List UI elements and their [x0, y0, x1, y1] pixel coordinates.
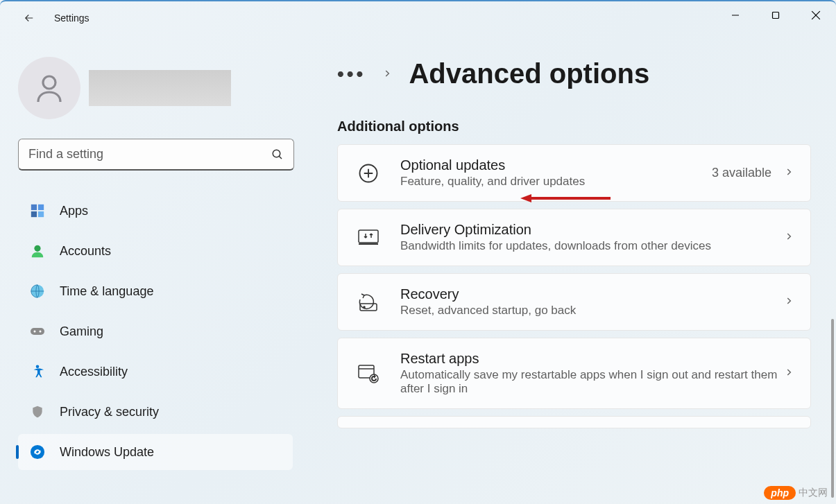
card-restart-apps[interactable]: Restart apps Automatically save my resta…	[337, 338, 811, 409]
svg-point-5	[273, 150, 280, 157]
sidebar-item-privacy-security[interactable]: Privacy & security	[18, 394, 293, 430]
sidebar-item-accounts[interactable]: Accounts	[18, 233, 293, 269]
card-subtitle: Feature, quality, and driver updates	[400, 175, 712, 189]
nav-label: Windows Update	[60, 445, 154, 460]
main-content: ••• Advanced options Additional options …	[298, 35, 836, 504]
card-optional-updates[interactable]: Optional updates Feature, quality, and d…	[337, 144, 811, 202]
restart-apps-icon	[355, 360, 382, 388]
maximize-button[interactable]	[756, 1, 796, 29]
chevron-right-icon	[784, 166, 794, 180]
card-subtitle: Automatically save my restartable apps w…	[400, 368, 784, 396]
time-language-icon	[29, 283, 46, 299]
optional-updates-icon	[355, 159, 382, 187]
back-arrow-icon	[23, 12, 35, 24]
svg-point-11	[34, 245, 40, 252]
card-title: Recovery	[400, 286, 784, 302]
chevron-right-icon	[784, 295, 794, 309]
svg-rect-8	[38, 205, 44, 210]
back-button[interactable]	[15, 4, 43, 32]
nav-label: Apps	[60, 204, 88, 218]
svg-point-4	[43, 76, 56, 89]
search-icon	[271, 148, 284, 161]
app-title: Settings	[54, 12, 89, 24]
maximize-icon	[771, 11, 780, 19]
sidebar-item-windows-update[interactable]: Windows Update	[18, 434, 293, 470]
svg-line-6	[279, 156, 282, 159]
card-title: Delivery Optimization	[400, 222, 784, 238]
card-recovery[interactable]: Recovery Reset, advanced startup, go bac…	[337, 273, 811, 331]
person-icon	[33, 71, 66, 105]
svg-rect-9	[31, 211, 37, 217]
card-delivery-optimization[interactable]: Delivery Optimization Bandwidth limits f…	[337, 209, 811, 266]
gaming-icon	[29, 323, 46, 340]
close-button[interactable]	[796, 1, 836, 29]
breadcrumb: ••• Advanced options	[337, 58, 811, 89]
watermark-badge: php	[764, 486, 796, 500]
chevron-right-icon	[784, 230, 794, 245]
sidebar-item-accessibility[interactable]: Accessibility	[18, 354, 293, 390]
sidebar: Apps Accounts Time & language Gaming	[0, 35, 298, 504]
svg-point-14	[34, 331, 36, 333]
card-subtitle: Bandwidth limits for updates, downloads …	[400, 239, 784, 253]
watermark-text: 中文网	[799, 487, 828, 499]
profile-block[interactable]	[18, 57, 293, 119]
svg-rect-21	[359, 230, 378, 243]
search-box[interactable]	[18, 139, 294, 171]
search-input[interactable]	[28, 147, 271, 162]
svg-point-24	[364, 306, 365, 308]
recovery-icon	[355, 288, 382, 316]
window-controls	[715, 1, 836, 29]
privacy-icon	[29, 403, 46, 420]
nav-label: Accounts	[60, 244, 111, 259]
user-name-redacted	[89, 70, 231, 106]
close-icon	[811, 10, 821, 20]
breadcrumb-parent-button[interactable]: •••	[337, 63, 366, 85]
scrollbar-thumb[interactable]	[831, 319, 834, 498]
card-title: Restart apps	[400, 351, 784, 367]
minimize-icon	[731, 11, 740, 19]
apps-icon	[29, 202, 46, 219]
section-title-additional-options: Additional options	[337, 119, 811, 134]
chevron-right-icon	[784, 366, 794, 381]
svg-rect-7	[31, 205, 37, 210]
svg-rect-13	[31, 328, 44, 335]
nav-label: Gaming	[60, 324, 103, 339]
page-title: Advanced options	[409, 58, 649, 89]
svg-point-16	[36, 365, 40, 368]
avatar	[18, 57, 80, 119]
sidebar-item-time-language[interactable]: Time & language	[18, 273, 293, 309]
svg-rect-1	[773, 12, 779, 19]
card-partial[interactable]	[337, 416, 811, 428]
nav-label: Privacy & security	[60, 405, 159, 419]
accessibility-icon	[29, 363, 46, 380]
sidebar-item-apps[interactable]: Apps	[18, 193, 293, 229]
svg-rect-10	[38, 211, 44, 217]
titlebar: Settings	[0, 1, 836, 35]
svg-point-17	[31, 445, 44, 459]
card-subtitle: Reset, advanced startup, go back	[400, 304, 784, 318]
accounts-icon	[29, 243, 46, 259]
watermark: php 中文网	[764, 486, 828, 500]
sidebar-item-gaming[interactable]: Gaming	[18, 313, 293, 349]
nav-label: Time & language	[60, 284, 153, 299]
windows-update-icon	[29, 444, 46, 460]
card-meta-available: 3 available	[712, 166, 771, 180]
nav-list: Apps Accounts Time & language Gaming	[18, 193, 293, 470]
card-title: Optional updates	[400, 157, 712, 173]
minimize-button[interactable]	[715, 1, 756, 29]
chevron-right-icon	[382, 66, 392, 82]
nav-label: Accessibility	[60, 365, 128, 379]
svg-point-15	[40, 331, 42, 333]
delivery-optimization-icon	[355, 224, 382, 252]
